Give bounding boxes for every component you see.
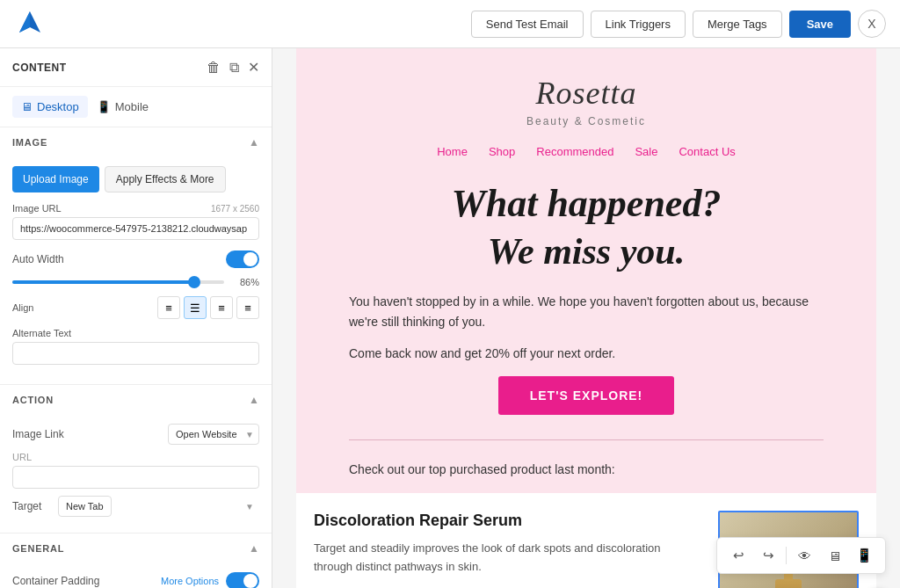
padding-toggle-knob — [243, 574, 258, 588]
auto-width-row: Auto Width — [12, 250, 259, 268]
align-row: Align ≡ ☰ ≡ ≡ — [12, 296, 259, 319]
url-input[interactable] — [12, 466, 259, 489]
image-url-field: Image URL 1677 x 2560 — [12, 203, 259, 240]
nav-recommended[interactable]: Recommended — [536, 145, 613, 158]
container-padding-row: Container Padding More Options — [12, 572, 259, 588]
brand-name: Rosetta — [349, 75, 824, 112]
image-url-input[interactable] — [12, 217, 259, 240]
mobile-view-button[interactable]: 📱 — [852, 543, 876, 568]
product-desc: Target and steadily improves the look of… — [314, 540, 700, 577]
send-test-email-button[interactable]: Send Test Email — [471, 11, 584, 38]
sidebar-title: CONTENT — [12, 62, 67, 74]
more-options-link[interactable]: More Options — [161, 576, 219, 586]
email-preview: Rosetta Beauty & Cosmetic Home Shop Reco… — [272, 48, 900, 588]
image-link-select[interactable]: Open Website — [168, 424, 259, 445]
image-section-body: Upload Image Apply Effects & More Image … — [0, 157, 272, 384]
app-header: Send Test Email Link Triggers Merge Tags… — [0, 0, 900, 48]
align-label: Align — [12, 302, 33, 313]
save-button[interactable]: Save — [789, 11, 851, 38]
undo-button[interactable]: ↩ — [726, 543, 751, 568]
mobile-tab-label: Mobile — [115, 100, 149, 113]
logo-icon — [14, 8, 46, 40]
target-row: Target New Tab ▼ — [12, 496, 259, 517]
action-section-chevron: ▲ — [249, 394, 259, 406]
tab-mobile[interactable]: 📱 Mobile — [88, 96, 157, 118]
apply-effects-button[interactable]: Apply Effects & More — [105, 166, 226, 192]
link-triggers-button[interactable]: Link Triggers — [591, 11, 686, 38]
main-layout: CONTENT 🗑 ⧉ ✕ 🖥 Desktop 📱 Mobile IMAGE ▲ — [0, 48, 900, 588]
duplicate-icon[interactable]: ⧉ — [229, 59, 239, 76]
email-content: Rosetta Beauty & Cosmetic Home Shop Reco… — [296, 48, 876, 588]
header-actions: Send Test Email Link Triggers Merge Tags… — [471, 10, 886, 38]
slider-value: 86% — [231, 277, 259, 287]
image-link-label: Image Link — [12, 428, 64, 440]
image-link-select-wrap: Open Website ▼ — [168, 424, 259, 445]
action-section-body: Image Link Open Website ▼ URL Target — [0, 415, 272, 533]
sidebar-header: CONTENT 🗑 ⧉ ✕ — [0, 48, 272, 87]
desktop-view-button[interactable]: 🖥 — [822, 543, 846, 568]
preview-button[interactable]: 👁 — [792, 543, 817, 568]
slider-thumb[interactable] — [188, 276, 200, 288]
align-left-button[interactable]: ≡ — [157, 296, 180, 319]
image-link-row: Image Link Open Website ▼ — [12, 424, 259, 445]
email-nav: Home Shop Recommended Sale Contact Us — [349, 145, 824, 158]
delete-icon[interactable]: 🗑 — [207, 59, 221, 76]
nav-home[interactable]: Home — [437, 145, 468, 158]
general-section-chevron: ▲ — [249, 542, 259, 555]
alt-text-label-row: Alternate Text — [12, 328, 259, 338]
logo-area — [14, 8, 46, 40]
product-title: Discoloration Repair Serum — [314, 511, 700, 531]
product-info: Discoloration Repair Serum Target and st… — [314, 511, 700, 577]
toolbar-divider — [786, 547, 787, 564]
auto-width-label: Auto Width — [12, 253, 64, 265]
nav-sale[interactable]: Sale — [635, 145, 657, 158]
url-label: URL — [12, 452, 259, 462]
auto-width-toggle[interactable] — [226, 250, 259, 268]
nav-shop[interactable]: Shop — [489, 145, 515, 158]
action-section-header[interactable]: ACTION ▲ — [0, 385, 272, 415]
toggle-knob — [243, 252, 258, 266]
image-url-label: Image URL — [12, 203, 62, 214]
slider-track[interactable] — [12, 280, 224, 284]
close-button[interactable]: X — [858, 10, 886, 38]
nav-contact[interactable]: Contact Us — [679, 145, 735, 158]
image-section-chevron: ▲ — [249, 136, 259, 149]
desktop-icon: 🖥 — [21, 100, 33, 113]
view-tabs: 🖥 Desktop 📱 Mobile — [0, 87, 272, 127]
general-section-header[interactable]: GENERAL ▲ — [0, 534, 272, 563]
bottom-toolbar: ↩ ↪ 👁 🖥 📱 — [716, 537, 886, 574]
general-section: GENERAL ▲ Container Padding More Options… — [0, 534, 272, 588]
section-title: Check out our top purchased product last… — [349, 460, 824, 479]
image-section-header[interactable]: IMAGE ▲ — [0, 127, 272, 157]
product-bottle — [775, 579, 802, 588]
url-row: URL — [12, 452, 259, 489]
container-padding-controls: More Options — [161, 572, 259, 588]
target-select-wrap: New Tab ▼ — [58, 496, 259, 517]
alt-text-field: Alternate Text — [12, 328, 259, 365]
cta-button[interactable]: LET'S EXPLORE! — [498, 376, 675, 415]
alt-text-input[interactable] — [12, 342, 259, 365]
image-url-label-row: Image URL 1677 x 2560 — [12, 203, 259, 214]
email-headline1: What happened? — [349, 183, 824, 225]
padding-toggle[interactable] — [226, 572, 259, 588]
close-sidebar-icon[interactable]: ✕ — [248, 59, 259, 76]
redo-button[interactable]: ↪ — [756, 543, 780, 568]
align-right-button[interactable]: ≡ — [210, 296, 233, 319]
align-justify-button[interactable]: ≡ — [236, 296, 259, 319]
merge-tags-button[interactable]: Merge Tags — [693, 11, 782, 38]
align-center-button[interactable]: ☰ — [184, 296, 207, 319]
upload-image-button[interactable]: Upload Image — [12, 166, 99, 192]
image-dimensions: 1677 x 2560 — [211, 204, 259, 214]
alt-text-label: Alternate Text — [12, 328, 71, 338]
upload-buttons: Upload Image Apply Effects & More — [12, 166, 259, 192]
action-section-title: ACTION — [12, 395, 54, 405]
email-headline2: We miss you. — [349, 230, 824, 272]
tab-desktop[interactable]: 🖥 Desktop — [12, 96, 88, 118]
sidebar-collapse-handle[interactable]: › — [272, 301, 272, 336]
email-divider — [349, 439, 824, 440]
slider-row: 86% — [12, 277, 259, 287]
sidebar-header-icons: 🗑 ⧉ ✕ — [207, 59, 259, 76]
align-buttons: ≡ ☰ ≡ ≡ — [157, 296, 259, 319]
target-select[interactable]: New Tab — [58, 496, 112, 517]
brand-tagline: Beauty & Cosmetic — [349, 115, 824, 127]
